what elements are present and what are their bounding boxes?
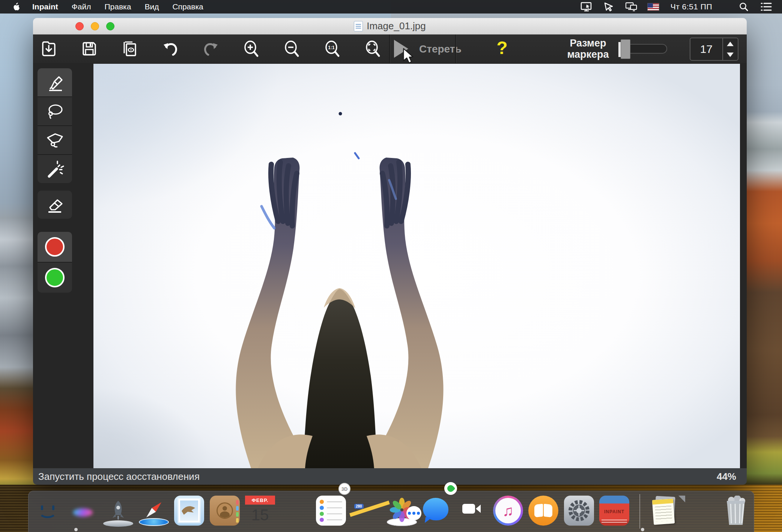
calendar-icon: ФЕВР. 15 xyxy=(245,496,275,526)
dock-item-notes[interactable] xyxy=(281,496,311,526)
marker-icon xyxy=(45,72,65,93)
dock-divider xyxy=(639,494,640,529)
input-language-us-flag[interactable] xyxy=(647,3,659,11)
dock-item-launchpad[interactable] xyxy=(103,496,133,526)
system-preferences-icon xyxy=(564,496,594,526)
dock-item-safari[interactable] xyxy=(139,496,169,526)
dock-item-messages[interactable] xyxy=(422,496,452,526)
menu-help[interactable]: Справка xyxy=(172,2,203,11)
menu-view[interactable]: Вид xyxy=(144,2,159,11)
status-bar: Запустить процесс аосстановления 44% xyxy=(33,468,747,485)
status-message: Запустить процесс аосстановления xyxy=(38,471,200,482)
menu-bar: Inpaint Файл Правка Вид Справка Чт 6:51 … xyxy=(0,0,782,14)
dock-item-ibooks[interactable] xyxy=(528,496,558,526)
document-proxy-icon xyxy=(354,21,363,32)
polygon-lasso-tool[interactable] xyxy=(38,126,72,154)
menu-file[interactable]: Файл xyxy=(72,2,91,11)
zoom-window-button[interactable] xyxy=(106,22,114,30)
green-marker-button[interactable] xyxy=(38,263,72,293)
red-marker-icon xyxy=(45,237,65,257)
menu-clock[interactable]: Чт 6:51 ПП xyxy=(671,2,712,11)
pointer-icon[interactable] xyxy=(603,2,615,12)
svg-text:1:1: 1:1 xyxy=(328,45,335,50)
eraser-tool[interactable] xyxy=(38,191,72,219)
desktop: Inpaint Файл Правка Вид Справка Чт 6:51 … xyxy=(0,0,782,532)
toolbar-separator xyxy=(389,35,390,63)
notification-center-icon[interactable] xyxy=(760,2,772,12)
dock-item-reminders[interactable] xyxy=(316,496,346,526)
open-button[interactable] xyxy=(37,40,61,58)
inpaint-window: Image_01.jpg xyxy=(33,18,747,485)
title-bar[interactable]: Image_01.jpg xyxy=(33,18,747,35)
selection-tools-group xyxy=(38,68,72,183)
dock-item-siri[interactable] xyxy=(68,496,98,526)
dock-item-contacts[interactable] xyxy=(210,496,240,526)
undo-button[interactable] xyxy=(158,40,182,58)
dock-item-maps[interactable]: 280 3D xyxy=(351,496,381,526)
zoom-out-button[interactable] xyxy=(280,40,304,58)
spin-up-button[interactable] xyxy=(723,38,738,49)
dock-item-trash[interactable] xyxy=(721,496,751,526)
marker-size-label: Размер маркера xyxy=(561,38,615,60)
safari-icon xyxy=(139,518,169,526)
dock-item-inpaint[interactable]: INPAINT xyxy=(599,496,629,526)
launchpad-icon xyxy=(103,520,133,527)
reminders-icon xyxy=(316,496,346,526)
dock-item-stickies[interactable] xyxy=(650,496,680,526)
editor-content xyxy=(33,63,747,468)
marker-size-spinbox[interactable]: 17 xyxy=(690,38,738,61)
inpaint-running-dot xyxy=(641,528,644,531)
dock-item-itunes[interactable]: ♫ xyxy=(493,496,523,526)
trash-icon xyxy=(721,520,751,527)
apple-menu-icon[interactable] xyxy=(11,2,21,12)
mouse-cursor xyxy=(402,48,416,65)
minimize-button[interactable] xyxy=(91,22,99,30)
menu-edit[interactable]: Правка xyxy=(104,2,131,11)
marker-size-slider[interactable] xyxy=(619,44,667,54)
dock-item-system-preferences[interactable] xyxy=(564,496,594,526)
spin-down-button[interactable] xyxy=(723,49,738,60)
actual-size-button[interactable]: 1:1 xyxy=(320,40,344,58)
menu-app-name[interactable]: Inpaint xyxy=(32,2,58,11)
redo-button[interactable] xyxy=(199,40,223,58)
dock-item-finder[interactable] xyxy=(33,496,63,526)
contacts-icon xyxy=(210,496,240,526)
mail-icon xyxy=(174,496,204,526)
small-speck xyxy=(339,112,342,116)
toolbar-separator xyxy=(455,35,456,63)
slider-handle[interactable] xyxy=(621,39,630,59)
itunes-icon: ♫ xyxy=(493,496,523,526)
finder-running-dot xyxy=(74,528,78,531)
marker-tool[interactable] xyxy=(38,68,72,96)
ibooks-icon xyxy=(528,496,558,526)
dock-item-calendar[interactable]: ФЕВР. 15 xyxy=(245,496,275,526)
window-title: Image_01.jpg xyxy=(354,20,426,32)
screen-sharing-icon[interactable] xyxy=(580,2,593,12)
zoom-level: 44% xyxy=(717,471,736,482)
marker-size-value[interactable]: 17 xyxy=(690,38,722,60)
dock: ФЕВР. 15 280 3D xyxy=(28,491,754,532)
image-canvas[interactable] xyxy=(93,64,740,468)
help-button[interactable]: ? xyxy=(492,38,513,58)
copy-preview-button[interactable] xyxy=(118,40,142,58)
displays-icon[interactable] xyxy=(626,2,638,12)
red-marker-button[interactable] xyxy=(38,232,72,262)
inpaint-app-icon: INPAINT xyxy=(599,496,629,526)
fit-screen-button[interactable] xyxy=(361,40,385,58)
marker-color-group xyxy=(38,232,72,293)
lasso-tool[interactable] xyxy=(38,97,72,125)
toolbar: 1:1 Стереть ? Размер маркера 17 xyxy=(33,35,747,63)
dock-item-mail[interactable] xyxy=(174,496,204,526)
zoom-in-button[interactable] xyxy=(239,40,263,58)
close-button[interactable] xyxy=(75,22,84,30)
save-button[interactable] xyxy=(77,40,101,58)
spotlight-search-icon[interactable] xyxy=(738,2,750,12)
magic-wand-tool[interactable] xyxy=(38,155,72,183)
eraser-group xyxy=(38,191,72,219)
dock-item-facetime[interactable] xyxy=(458,496,488,526)
dock-item-document[interactable] xyxy=(685,496,715,526)
green-marker-icon xyxy=(45,268,65,287)
